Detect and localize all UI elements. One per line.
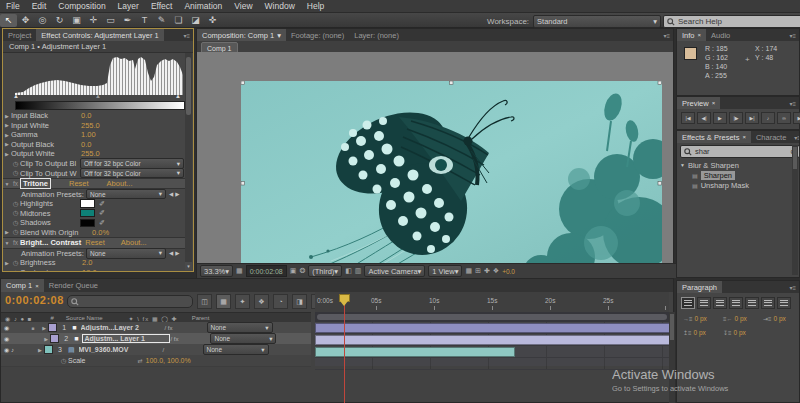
tab-render-queue[interactable]: Render Queue [44, 279, 103, 292]
effect-name[interactable]: Bright... Contrast [20, 238, 81, 247]
layer-switches[interactable]: / [163, 347, 201, 353]
effects-search-input[interactable]: shar ⊗ [680, 145, 800, 158]
exposure-value[interactable]: +0.0 [502, 268, 515, 275]
twirl-open-icon[interactable]: ▼ [3, 181, 11, 187]
scale-value[interactable]: 100.0, 100.0% [146, 357, 191, 364]
about-link[interactable]: About... [107, 179, 133, 188]
track-3[interactable] [315, 346, 669, 358]
stopwatch-icon[interactable]: ◷ [11, 269, 20, 272]
layer-switches[interactable]: / fx [165, 325, 205, 331]
about-link[interactable]: About... [121, 238, 147, 247]
timeline-scrollbar[interactable] [669, 312, 675, 403]
motion-blur-icon[interactable]: ◔ [273, 294, 288, 309]
close-icon[interactable]: × [35, 283, 39, 289]
space-after-field[interactable]: ↧≡0 px [723, 329, 763, 336]
frame-blend-icon[interactable]: ❖ [254, 294, 269, 309]
justify-last-left-button[interactable] [729, 297, 743, 309]
col-parent[interactable]: Parent [192, 315, 210, 321]
justify-last-center-button[interactable] [745, 297, 759, 309]
safe-margins-icon[interactable]: ▦ [236, 267, 243, 275]
effect-tritone-header[interactable]: ▼ fx Tritone Reset About... [3, 178, 187, 190]
scale-property-row[interactable]: ◷ Scale ⇄ 100.0, 100.0% [1, 355, 311, 367]
stopwatch-icon[interactable]: ◷ [11, 169, 20, 177]
shadows-color-swatch[interactable] [80, 219, 95, 228]
justify-all-button[interactable] [777, 297, 791, 309]
input-white-slider[interactable]: ▲ [175, 93, 181, 99]
twirl-icon[interactable]: ▶ [3, 229, 11, 235]
reset-exposure-icon[interactable]: ❖ [493, 267, 499, 275]
tab-effects-presets[interactable]: Effects & Presets × [677, 131, 751, 143]
label-color-chip[interactable] [44, 345, 53, 354]
tree-item-sharpen[interactable]: ▤ Sharpen [680, 170, 792, 180]
audio-button[interactable]: ♪ [761, 112, 775, 124]
parent-dropdown[interactable]: None ▾ [207, 322, 273, 333]
stopwatch-icon[interactable]: ◷ [59, 357, 68, 365]
tab-project[interactable]: Project [3, 29, 36, 41]
composition-viewer[interactable] [197, 52, 673, 263]
snapshot-icon[interactable]: ▣ [290, 267, 297, 275]
first-frame-button[interactable]: |◀ [681, 112, 695, 124]
puppet-pin-tool-icon[interactable]: ✜ [204, 14, 221, 27]
clone-stamp-tool-icon[interactable]: ❏ [170, 14, 187, 27]
parent-dropdown[interactable]: None ▾ [210, 333, 276, 344]
input-black-slider[interactable]: ▲ [13, 93, 19, 99]
track-2[interactable] [315, 334, 669, 346]
tab-preview[interactable]: Preview × [677, 97, 720, 109]
scrollbar-thumb[interactable] [186, 57, 191, 115]
menu-animation[interactable]: Animation [178, 1, 228, 11]
indent-right-field[interactable]: ≡←0 px [723, 315, 763, 322]
zoom-tool-icon[interactable]: ◎ [34, 14, 51, 27]
brush-tool-icon[interactable]: ✎ [153, 14, 170, 27]
preset-next-icon[interactable]: ▶ [175, 191, 179, 197]
reset-link[interactable]: Reset [69, 179, 89, 188]
work-area-bar[interactable] [317, 314, 667, 320]
panel-menu-icon[interactable]: ▾≡ [786, 97, 799, 109]
menu-help[interactable]: Help [301, 1, 330, 11]
comp-timecode[interactable]: 0:00:02:08 [246, 265, 287, 277]
twirl-open-icon[interactable]: ▼ [3, 240, 11, 246]
type-tool-icon[interactable]: T [136, 14, 153, 27]
menu-edit[interactable]: Edit [26, 1, 53, 11]
preset-next-icon[interactable]: ▶ [175, 250, 179, 256]
time-ruler[interactable]: 0:00s 05s 10s 15s 20s 25s [315, 292, 669, 313]
indent-left-field[interactable]: →≡0 px [683, 315, 723, 322]
close-icon[interactable]: × [742, 134, 746, 140]
eye-icon[interactable]: ◉ [4, 324, 9, 331]
space-before-field[interactable]: ↥≡0 px [683, 329, 723, 336]
chevron-down-icon[interactable]: ▾ [277, 31, 281, 40]
col-number[interactable]: # [50, 315, 53, 321]
mask-tool-icon[interactable]: ▭ [102, 14, 119, 27]
col-source-name[interactable]: Source Name [66, 315, 103, 321]
effect-controls-scrollbar[interactable]: ▾ [185, 53, 192, 270]
comp-flowchart-icon[interactable]: ◫ [197, 294, 212, 309]
view-layout-dropdown[interactable]: 1 View ▾ [428, 265, 462, 277]
preset-prev-icon[interactable]: ◀ [169, 191, 173, 197]
param-value[interactable]: 2.0 [82, 258, 92, 267]
menu-composition[interactable]: Composition [52, 1, 111, 11]
tab-footage[interactable]: Footage: (none) [286, 29, 349, 41]
tab-layer[interactable]: Layer: (none) [349, 29, 404, 41]
tab-audio[interactable]: Audio [706, 29, 735, 41]
ram-preview-button[interactable]: ▶| [793, 112, 800, 124]
param-value[interactable]: 255.0 [81, 121, 100, 130]
twirl-icon[interactable]: ▶ [40, 325, 48, 331]
camera-dropdown[interactable]: Active Camera ▾ [364, 265, 425, 277]
menu-effect[interactable]: Effect [145, 1, 179, 11]
indent-first-field[interactable]: ⇥≡0 px [763, 315, 799, 322]
panel-menu-icon[interactable]: ▾≡ [180, 29, 193, 41]
effect-brightness-contrast-header[interactable]: ▼ fx Bright... Contrast Reset About... [3, 237, 187, 249]
panel-menu-icon[interactable]: ▾≡ [660, 29, 673, 41]
track-1[interactable] [315, 322, 669, 334]
grid-guides-icon[interactable]: ▦ [465, 267, 472, 275]
close-icon[interactable]: × [712, 100, 716, 106]
align-right-button[interactable] [713, 297, 727, 309]
butterfly-image[interactable] [241, 81, 662, 263]
stopwatch-icon[interactable]: ◷ [11, 160, 20, 168]
shy-layers-icon[interactable]: ✦ [235, 294, 250, 309]
layer-switches[interactable]: / fx [170, 336, 208, 342]
twirl-icon[interactable]: ▶ [42, 336, 50, 342]
eye-icon[interactable]: ◉ [4, 335, 9, 342]
stopwatch-icon[interactable]: ◷ [11, 228, 20, 236]
reset-link[interactable]: Reset [85, 238, 105, 247]
link-icon[interactable]: ⇄ [138, 357, 143, 364]
